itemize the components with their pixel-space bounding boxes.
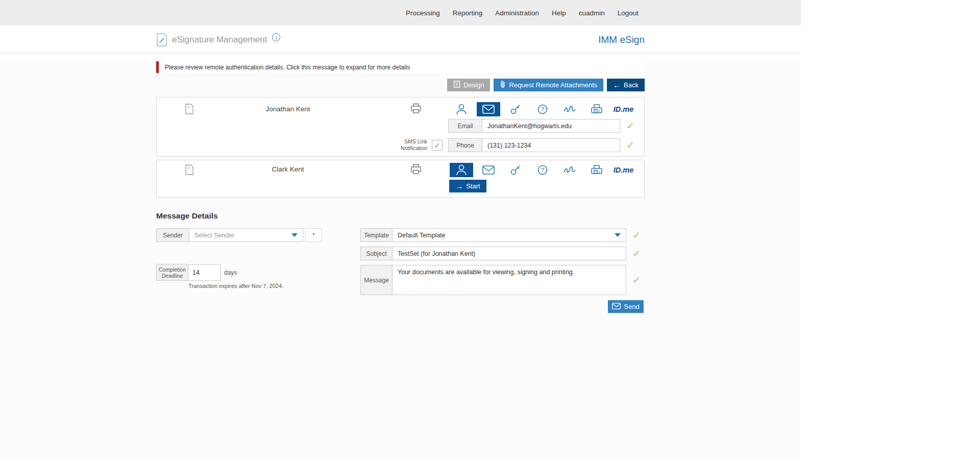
app-page: Processing Reporting Administration Help…: [0, 0, 801, 460]
recipient-documents-icon[interactable]: 3: [185, 104, 193, 116]
send-button[interactable]: Send: [608, 300, 644, 313]
recipient-documents-icon[interactable]: 3: [185, 164, 193, 177]
message-details-form: Sender Select Sender * Completion Deadli…: [156, 228, 645, 323]
phone-field-row: Phone (131) 123-1234 ✓: [448, 138, 634, 152]
fax-icon[interactable]: [585, 102, 608, 116]
message-textarea[interactable]: Your documents are available for viewing…: [393, 265, 626, 295]
print-icon[interactable]: [410, 164, 422, 176]
subject-label: Subject: [360, 247, 393, 260]
screen: Processing Reporting Administration Help…: [0, 0, 980, 460]
app-header: eSignature Management i IMM eSign: [0, 26, 801, 54]
subject-input[interactable]: [393, 247, 626, 260]
back-arrow-icon: ←: [613, 81, 621, 89]
svg-text:?: ?: [541, 106, 544, 112]
template-label: Template: [360, 228, 393, 242]
expiry-note: Transaction expires after Nov 7, 2024.: [188, 283, 283, 289]
kba-question-icon[interactable]: ?: [531, 102, 554, 116]
signer-in-person-icon[interactable]: [450, 102, 473, 116]
email-field-row: Email JonathanKent@hogwarts.edu ✓: [448, 119, 634, 133]
svg-text:3: 3: [187, 105, 189, 109]
main-area: Please review remote authentication deta…: [0, 61, 801, 460]
design-icon: [453, 81, 460, 89]
email-field-label: Email: [448, 119, 482, 133]
phone-valid-check-icon: ✓: [626, 139, 634, 151]
sms-link-notification-checkbox[interactable]: ✓: [432, 140, 443, 151]
fax-icon[interactable]: [585, 163, 608, 177]
idme-logo[interactable]: ID.me: [614, 166, 634, 174]
nav-reporting[interactable]: Reporting: [453, 9, 483, 17]
start-button[interactable]: → Start: [449, 180, 486, 192]
template-valid-check-icon: ✓: [632, 229, 641, 241]
page-title: eSignature Management: [172, 35, 267, 45]
back-button[interactable]: ← Back: [607, 79, 645, 91]
alert-banner[interactable]: Please review remote authentication deta…: [156, 61, 645, 73]
template-select[interactable]: Default Template: [393, 228, 626, 242]
recipient-name: Clark Kent: [211, 165, 364, 173]
subject-valid-check-icon: ✓: [632, 248, 641, 259]
email-delivery-icon[interactable]: [477, 163, 500, 177]
phone-field-label: Phone: [448, 138, 482, 152]
paperclip-icon: [500, 80, 506, 90]
esign-document-icon: [156, 33, 167, 46]
message-valid-check-icon: ✓: [632, 274, 641, 286]
subject-row: Subject ✓: [360, 247, 641, 260]
sms-link-notification-label: SMS Link Notification: [371, 138, 427, 152]
request-remote-attachments-button[interactable]: Request Remote Attachments: [494, 79, 603, 91]
dropdown-arrow-icon: [615, 233, 621, 237]
top-nav-bar: Processing Reporting Administration Help…: [0, 0, 801, 26]
signature-icon[interactable]: [558, 163, 581, 177]
info-icon[interactable]: i: [272, 33, 280, 41]
sender-label: Sender: [156, 228, 189, 242]
brand-logo: IMM eSign: [598, 34, 645, 45]
message-details-heading: Message Details: [156, 211, 645, 221]
dropdown-arrow-icon: [291, 233, 298, 237]
email-field-value[interactable]: JonathanKent@hogwarts.edu: [482, 119, 620, 133]
delivery-method-row: ? ID.me: [448, 162, 637, 178]
print-icon[interactable]: [410, 103, 422, 115]
sender-row: Sender Select Sender *: [156, 228, 322, 242]
design-button[interactable]: Design: [447, 79, 490, 91]
nav-logout[interactable]: Logout: [618, 9, 639, 17]
delivery-method-row: ? ID.me: [448, 102, 637, 117]
sender-placeholder: Select Sender: [194, 232, 235, 239]
template-value: Default Template: [398, 232, 446, 239]
action-toolbar: Design Request Remote Attachments ← Back: [156, 79, 645, 91]
top-nav: Processing Reporting Administration Help…: [156, 0, 645, 26]
completion-deadline-label: Completion Deadline: [156, 264, 188, 281]
signature-icon[interactable]: [558, 102, 581, 116]
message-label: Message: [360, 265, 393, 295]
start-arrow-icon: →: [455, 182, 463, 190]
recipient-card-clark: 3 Clark Kent ? ID.me → Start: [156, 160, 645, 198]
recipient-name: Jonathan Kent: [211, 105, 364, 113]
kba-question-icon[interactable]: ?: [531, 163, 554, 177]
login-auth-icon[interactable]: [504, 163, 527, 177]
sender-required-marker: *: [305, 228, 322, 242]
nav-user-cuadmin[interactable]: cuadmin: [579, 9, 605, 17]
email-valid-check-icon: ✓: [626, 120, 634, 132]
svg-text:3: 3: [187, 166, 189, 170]
email-delivery-icon[interactable]: [477, 102, 500, 116]
nav-administration[interactable]: Administration: [495, 9, 539, 17]
idme-logo[interactable]: ID.me: [614, 105, 634, 113]
template-row: Template Default Template ✓: [360, 228, 641, 242]
svg-text:?: ?: [541, 167, 544, 173]
phone-field-value[interactable]: (131) 123-1234: [482, 138, 620, 152]
message-row: Message Your documents are available for…: [360, 265, 641, 295]
completion-deadline-input[interactable]: [188, 264, 220, 281]
alert-text: Please review remote authentication deta…: [165, 64, 410, 71]
days-label: days: [224, 269, 237, 276]
nav-processing[interactable]: Processing: [406, 9, 440, 17]
nav-help[interactable]: Help: [552, 9, 566, 17]
signer-in-person-icon[interactable]: [450, 163, 473, 177]
recipient-card-jonathan: 3 Jonathan Kent ? ID.me Email Jo: [156, 97, 645, 157]
completion-deadline-row: Completion Deadline days: [156, 264, 237, 281]
login-auth-icon[interactable]: [504, 102, 527, 116]
send-envelope-icon: [612, 303, 621, 311]
sender-select[interactable]: Select Sender: [189, 228, 303, 242]
